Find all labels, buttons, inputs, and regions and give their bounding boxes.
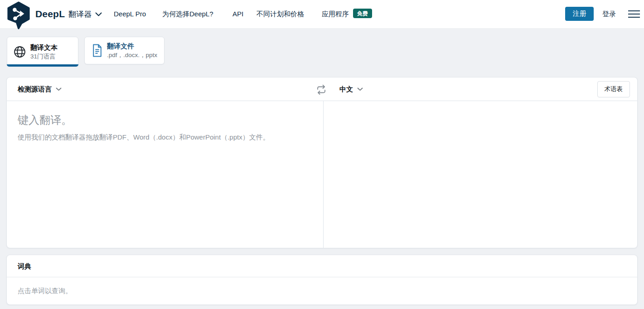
deepl-logo[interactable] (6, 1, 31, 29)
nav-link-plans-pricing[interactable]: 不同计划和价格 (257, 0, 304, 28)
free-badge: 免费 (353, 9, 372, 18)
source-textarea[interactable]: 键入翻译。 使用我们的文档翻译器拖放翻译PDF、Word（.docx）和Powe… (7, 101, 323, 248)
dictionary-title: 词典 (7, 255, 637, 277)
nav-link-apps[interactable]: 应用程序免费 (322, 0, 372, 28)
tab-title: 翻译文本 (30, 43, 58, 52)
target-language-label: 中文 (339, 85, 353, 94)
nav-link-deepl-pro[interactable]: DeepL Pro (114, 0, 146, 28)
dictionary-panel: 词典 点击单词以查询。 (6, 255, 638, 305)
swap-icon (315, 84, 327, 96)
source-language-selector[interactable]: 检测源语言 (18, 77, 62, 101)
glossary-button[interactable]: 术语表 (597, 81, 630, 97)
brand-selector[interactable]: DeepL 翻译器 (35, 0, 102, 28)
active-tab-indicator (7, 64, 78, 67)
document-icon (92, 44, 102, 57)
tab-subtitle: .pdf，.docx.，pptx (107, 51, 157, 59)
deepl-translator-page: DeepL 翻译器 DeepL Pro 为何选择DeepL? API 不同计划和… (0, 0, 644, 309)
nav-link-why-deepl[interactable]: 为何选择DeepL? (162, 0, 213, 28)
top-navbar: DeepL 翻译器 DeepL Pro 为何选择DeepL? API 不同计划和… (0, 0, 644, 28)
source-placeholder-hint: 使用我们的文档翻译器拖放翻译PDF、Word（.docx）和PowerPoint… (18, 132, 312, 142)
login-link[interactable]: 登录 (602, 0, 616, 28)
tab-translate-text[interactable]: 翻译文本 31门语言 (7, 37, 78, 67)
chevron-down-icon (95, 12, 102, 16)
tab-title: 翻译文件 (107, 42, 157, 51)
menu-icon[interactable] (628, 10, 640, 18)
brand-product: 翻译器 (68, 9, 92, 19)
nav-link-apps-label: 应用程序 (322, 10, 349, 18)
translator-panel: 检测源语言 中文 术语表 (6, 77, 638, 248)
target-language-selector[interactable]: 中文 (339, 77, 363, 101)
signup-button[interactable]: 注册 (565, 7, 594, 21)
translator-body: 键入翻译。 使用我们的文档翻译器拖放翻译PDF、Word（.docx）和Powe… (7, 101, 637, 248)
globe-icon (14, 46, 26, 58)
swap-languages-button[interactable] (315, 83, 328, 96)
source-language-label: 检测源语言 (18, 85, 52, 94)
brand-name: DeepL (35, 9, 65, 19)
target-textarea[interactable] (324, 101, 637, 248)
tab-subtitle: 31门语言 (30, 53, 58, 61)
tab-translate-files[interactable]: 翻译文件 .pdf，.docx.，pptx (84, 37, 165, 64)
chevron-down-icon (56, 87, 62, 91)
nav-link-api[interactable]: API (232, 0, 243, 28)
dictionary-hint: 点击单词以查询。 (7, 277, 637, 304)
translator-header: 检测源语言 中文 术语表 (7, 77, 637, 101)
chevron-down-icon (357, 87, 363, 91)
source-placeholder-title: 键入翻译。 (18, 113, 312, 127)
